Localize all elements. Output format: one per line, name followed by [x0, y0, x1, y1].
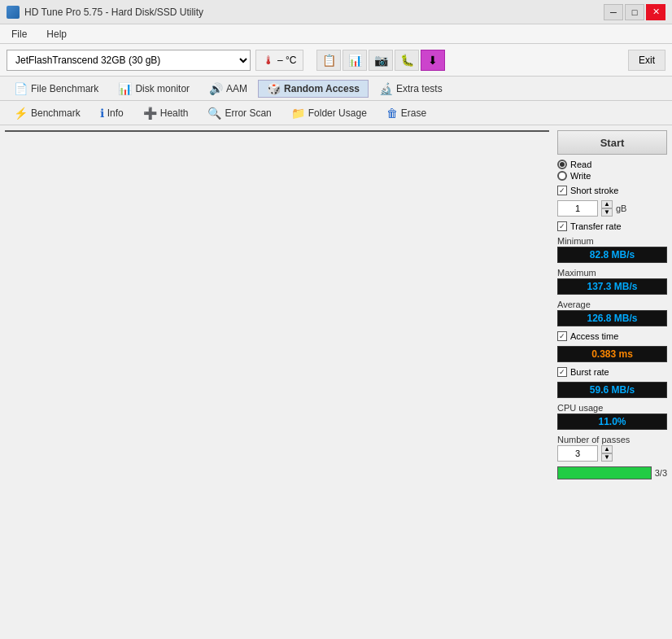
tab-benchmark-label: Benchmark	[31, 107, 81, 119]
read-write-group: Read Write	[557, 160, 667, 181]
average-label: Average	[557, 300, 667, 309]
tab-info[interactable]: ℹ Info	[91, 104, 133, 122]
thermometer-icon: 🌡	[263, 54, 274, 67]
tab-extra-tests[interactable]: 🔬 Extra tests	[370, 80, 452, 98]
random-access-icon: 🎲	[267, 82, 281, 95]
average-block: Average 126.8 MB/s	[557, 300, 667, 326]
exit-button[interactable]: Exit	[628, 50, 665, 71]
health-icon: ➕	[143, 107, 157, 120]
access-time-checkbox[interactable]: ✓ Access time	[557, 331, 667, 341]
access-time-label: Access time	[570, 331, 618, 341]
short-stroke-input[interactable]	[557, 200, 598, 217]
progress-bar-container	[557, 466, 652, 479]
short-stroke-spinner-row: ▲ ▼ gB	[557, 200, 667, 217]
tab-erase[interactable]: 🗑 Erase	[377, 104, 435, 122]
y-axis-left: 150 125 100 75 50 25 0	[6, 131, 38, 132]
menu-file[interactable]: File	[7, 27, 32, 42]
radio-write[interactable]: Write	[557, 171, 667, 181]
temperature-value: – °C	[277, 55, 296, 66]
progress-label: 3/3	[655, 468, 667, 478]
benchmark-icon: ⚡	[14, 107, 28, 120]
minimum-label: Minimum	[557, 236, 667, 246]
tab-aam[interactable]: 🔊 AAM	[200, 80, 256, 98]
tab-file-benchmark-label: File Benchmark	[31, 83, 98, 94]
chart-container: 150 125 100 75 50 25 0 0.60 0.50 0.40 0.…	[5, 130, 549, 132]
menu-bar: File Help	[0, 24, 672, 44]
right-panel: Start Read Write ✓ Short stroke ▲ ▼ gB	[554, 125, 672, 639]
transfer-rate-label: Transfer rate	[570, 221, 622, 231]
toolbar-icon-bug[interactable]: 🐛	[395, 50, 419, 71]
short-stroke-up[interactable]: ▲	[601, 200, 613, 208]
short-stroke-unit: gB	[616, 204, 626, 213]
passes-spinner-row: ▲ ▼	[557, 445, 667, 462]
toolbar-icon-chart[interactable]: 📊	[343, 50, 367, 71]
minimum-block: Minimum 82.8 MB/s	[557, 236, 667, 263]
short-stroke-check: ✓	[557, 186, 567, 195]
toolbar-icon-copy[interactable]: 📋	[316, 50, 341, 71]
temperature-display: 🌡 – °C	[255, 50, 303, 71]
toolbar-icons: 📋 📊 📷 🐛 ⬇	[316, 50, 445, 71]
benchmark-chart	[38, 131, 524, 132]
tab-info-label: Info	[107, 107, 124, 119]
menu-help[interactable]: Help	[41, 27, 72, 42]
toolbar-icon-download[interactable]: ⬇	[421, 50, 445, 71]
window-title: HD Tune Pro 5.75 - Hard Disk/SSD Utility	[24, 7, 203, 18]
app-icon	[7, 6, 20, 19]
transfer-rate-checkbox[interactable]: ✓ Transfer rate	[557, 221, 667, 231]
toolbar-icon-camera[interactable]: 📷	[369, 50, 393, 71]
y-axis-right: 0.60 0.50 0.40 0.30 0.20 0.10	[524, 131, 548, 132]
start-button[interactable]: Start	[557, 130, 667, 155]
transfer-rate-check: ✓	[557, 221, 567, 231]
access-time-check: ✓	[557, 331, 567, 341]
radio-read-label: Read	[570, 160, 591, 169]
radio-read[interactable]: Read	[557, 160, 667, 169]
tab-disk-monitor[interactable]: 📊 Disk monitor	[109, 80, 199, 98]
tab-extra-tests-label: Extra tests	[396, 83, 443, 94]
title-bar-controls: ─ □ ✕	[604, 4, 665, 20]
short-stroke-down[interactable]: ▼	[601, 208, 613, 217]
tab-folder-usage[interactable]: 📁 Folder Usage	[282, 104, 376, 122]
close-button[interactable]: ✕	[646, 4, 665, 20]
info-icon: ℹ	[100, 107, 104, 120]
burst-rate-check: ✓	[557, 367, 567, 377]
burst-rate-label: Burst rate	[570, 367, 609, 377]
tab-health[interactable]: ➕ Health	[134, 104, 198, 122]
x-axis: 0 100 200 300 400 500 600 700 800 900 10…	[38, 130, 524, 131]
extra-tests-icon: 🔬	[379, 82, 393, 95]
cpu-usage-value: 11.0%	[557, 414, 667, 430]
short-stroke-checkbox[interactable]: ✓ Short stroke	[557, 186, 667, 195]
tab-health-label: Health	[160, 107, 189, 119]
tab-benchmark[interactable]: ⚡ Benchmark	[5, 104, 89, 122]
minimum-value: 82.8 MB/s	[557, 247, 667, 263]
passes-spinner-buttons: ▲ ▼	[601, 445, 613, 462]
folder-usage-icon: 📁	[291, 107, 305, 120]
progress-bar-fill	[558, 467, 651, 479]
maximum-value: 137.3 MB/s	[557, 278, 667, 295]
passes-block: Number of passes ▲ ▼	[557, 435, 667, 462]
maximize-button[interactable]: □	[625, 4, 644, 20]
passes-up[interactable]: ▲	[601, 445, 613, 453]
burst-rate-block: 59.6 MB/s	[557, 382, 667, 398]
tab-random-access[interactable]: 🎲 Random Access	[258, 80, 369, 98]
error-scan-icon: 🔍	[207, 107, 221, 120]
drive-select[interactable]: JetFlashTranscend 32GB (30 gB)	[7, 50, 251, 71]
cpu-usage-label: CPU usage	[557, 403, 667, 413]
minimize-button[interactable]: ─	[604, 4, 623, 20]
tab-file-benchmark[interactable]: 📄 File Benchmark	[5, 80, 107, 98]
short-stroke-spinner-buttons: ▲ ▼	[601, 200, 613, 217]
main-area: 150 125 100 75 50 25 0 0.60 0.50 0.40 0.…	[0, 125, 672, 639]
title-bar: HD Tune Pro 5.75 - Hard Disk/SSD Utility…	[0, 0, 672, 24]
tab-folder-usage-label: Folder Usage	[308, 107, 367, 119]
maximum-block: Maximum 137.3 MB/s	[557, 268, 667, 295]
access-time-value: 0.383 ms	[557, 346, 667, 362]
tab-aam-label: AAM	[226, 83, 247, 94]
passes-input[interactable]	[557, 445, 598, 462]
progress-row: 3/3	[557, 466, 667, 479]
tabs-row-2: ⚡ Benchmark ℹ Info ➕ Health 🔍 Error Scan…	[0, 101, 672, 125]
passes-down[interactable]: ▼	[601, 453, 613, 462]
tab-error-scan[interactable]: 🔍 Error Scan	[199, 104, 280, 122]
burst-rate-checkbox[interactable]: ✓ Burst rate	[557, 367, 667, 377]
tab-disk-monitor-label: Disk monitor	[135, 83, 190, 94]
cpu-usage-block: CPU usage 11.0%	[557, 403, 667, 430]
chart-wrapper: 150 125 100 75 50 25 0 0.60 0.50 0.40 0.…	[0, 125, 554, 639]
